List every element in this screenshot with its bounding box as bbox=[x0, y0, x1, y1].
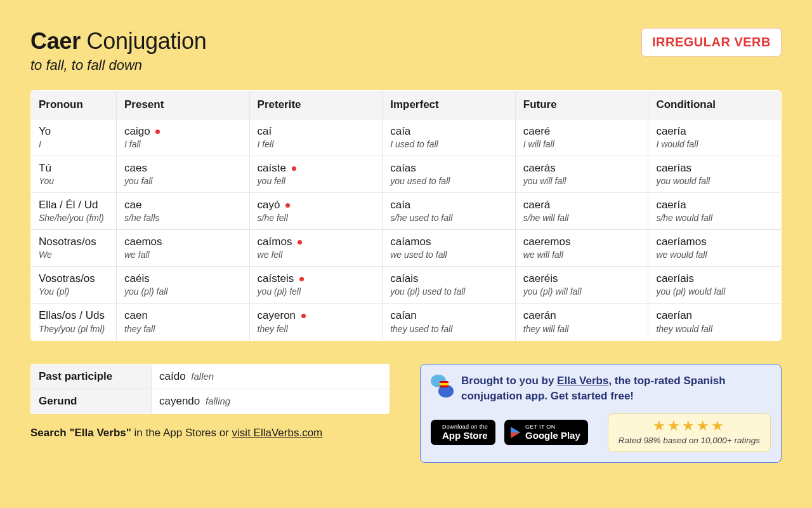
pronoun-cell: TúYou bbox=[31, 156, 117, 193]
promo-text: Brought to you by Ella Verbs, the top-ra… bbox=[461, 373, 771, 404]
irregular-dot-icon bbox=[155, 130, 160, 134]
conditional-cell: caeríaI would fall bbox=[648, 119, 782, 156]
stars-icon: ★★★★★ bbox=[619, 419, 760, 433]
pronoun-cell: Nosotras/osWe bbox=[31, 230, 117, 267]
table-header-row: PronounPresentPreteriteImperfectFutureCo… bbox=[31, 91, 782, 119]
imperfect-cell: caías/he used to fall bbox=[383, 193, 516, 230]
future-cell: caeréI will fall bbox=[515, 119, 648, 156]
preterite-cell: caímos we fell bbox=[249, 230, 383, 267]
gerund-value: cayendo falling bbox=[152, 389, 390, 413]
imperfect-cell: caíaisyou (pl) used to fall bbox=[383, 267, 516, 304]
imperfect-cell: caíanthey used to fall bbox=[383, 304, 516, 340]
present-cell: caesyou fall bbox=[117, 156, 250, 193]
irregular-dot-icon bbox=[298, 240, 302, 244]
participles-table: Past participle caído fallen Gerund caye… bbox=[30, 364, 390, 414]
present-cell: caéisyou (pl) fall bbox=[117, 267, 250, 304]
conditional-cell: caeríamoswe would fall bbox=[648, 230, 782, 267]
future-cell: caeránthey will fall bbox=[515, 304, 648, 340]
promo-box: Brought to you by Ella Verbs, the top-ra… bbox=[420, 364, 782, 463]
subtitle: to fall, to fall down bbox=[30, 57, 206, 74]
conditional-cell: caerías/he would fall bbox=[648, 193, 782, 230]
future-cell: caerásyou will fall bbox=[515, 156, 648, 193]
promo-link[interactable]: Ella Verbs bbox=[557, 375, 608, 387]
table-row: TúYoucaesyou fallcaíste you fellcaíasyou… bbox=[31, 156, 782, 193]
google-play-badge[interactable]: GET IT ON Google Play bbox=[504, 420, 588, 445]
page-title: Caer Conjugation bbox=[30, 28, 206, 55]
col-present: Present bbox=[117, 91, 250, 119]
col-future: Future bbox=[515, 91, 648, 119]
conjugation-table: PronounPresentPreteriteImperfectFutureCo… bbox=[30, 90, 782, 341]
imperfect-cell: caíasyou used to fall bbox=[383, 156, 516, 193]
past-participle-value: caído fallen bbox=[152, 364, 390, 389]
table-row: Ella / Él / UdShe/he/you (fml)caes/he fa… bbox=[31, 193, 782, 230]
table-row: Vosotras/osYou (pl)caéisyou (pl) fallcaí… bbox=[31, 267, 782, 304]
conditional-cell: caeríaisyou (pl) would fall bbox=[648, 267, 782, 304]
title-verb: Caer bbox=[30, 28, 81, 54]
rating-text: Rated 98% based on 10,000+ ratings bbox=[619, 436, 760, 445]
preterite-cell: caíI fell bbox=[249, 119, 383, 156]
col-conditional: Conditional bbox=[648, 91, 782, 119]
irregular-dot-icon bbox=[292, 166, 296, 171]
col-pronoun: Pronoun bbox=[31, 91, 117, 119]
future-cell: caeremoswe will fall bbox=[515, 230, 648, 267]
imperfect-cell: caíaI used to fall bbox=[383, 119, 516, 156]
present-cell: caemoswe fall bbox=[117, 230, 250, 267]
present-cell: caigo I fall bbox=[117, 119, 250, 156]
past-participle-label: Past participle bbox=[31, 364, 152, 389]
visit-link[interactable]: visit EllaVerbs.com bbox=[232, 427, 323, 439]
irregular-dot-icon bbox=[285, 203, 290, 208]
promo-app-icon bbox=[431, 375, 454, 398]
pronoun-cell: YoI bbox=[31, 119, 117, 156]
future-cell: caeréisyou (pl) will fall bbox=[515, 267, 648, 304]
title-rest: Conjugation bbox=[87, 28, 207, 54]
pronoun-cell: Ellas/os / UdsThey/you (pl fml) bbox=[31, 304, 117, 340]
future-cell: caerás/he will fall bbox=[515, 193, 648, 230]
irregular-dot-icon bbox=[299, 277, 304, 281]
google-play-icon bbox=[511, 427, 520, 438]
irregular-badge: IRREGULAR VERB bbox=[641, 28, 782, 57]
pronoun-cell: Ella / Él / UdShe/he/you (fml) bbox=[31, 193, 117, 230]
preterite-cell: caísteis you (pl) fell bbox=[249, 267, 383, 304]
gerund-label: Gerund bbox=[31, 389, 152, 413]
present-cell: caes/he falls bbox=[117, 193, 250, 230]
col-imperfect: Imperfect bbox=[383, 91, 516, 119]
rating-box: ★★★★★ Rated 98% based on 10,000+ ratings bbox=[608, 413, 771, 452]
preterite-cell: cayó s/he fell bbox=[249, 193, 383, 230]
col-preterite: Preterite bbox=[249, 91, 383, 119]
imperfect-cell: caíamoswe used to fall bbox=[383, 230, 516, 267]
table-row: YoIcaigo I fallcaíI fellcaíaI used to fa… bbox=[31, 119, 782, 156]
preterite-cell: cayeron they fell bbox=[249, 304, 383, 340]
app-store-badge[interactable]: Download on the App Store bbox=[431, 420, 495, 445]
conditional-cell: caeríasyou would fall bbox=[648, 156, 782, 193]
conditional-cell: caeríanthey would fall bbox=[648, 304, 782, 340]
table-row: Nosotras/osWecaemoswe fallcaímos we fell… bbox=[31, 230, 782, 267]
cta-line: Search "Ella Verbs" in the App Stores or… bbox=[30, 427, 390, 439]
irregular-dot-icon bbox=[301, 314, 306, 318]
preterite-cell: caíste you fell bbox=[249, 156, 383, 193]
pronoun-cell: Vosotras/osYou (pl) bbox=[31, 267, 117, 304]
table-row: Ellas/os / UdsThey/you (pl fml)caenthey … bbox=[31, 304, 782, 340]
present-cell: caenthey fall bbox=[117, 304, 250, 340]
